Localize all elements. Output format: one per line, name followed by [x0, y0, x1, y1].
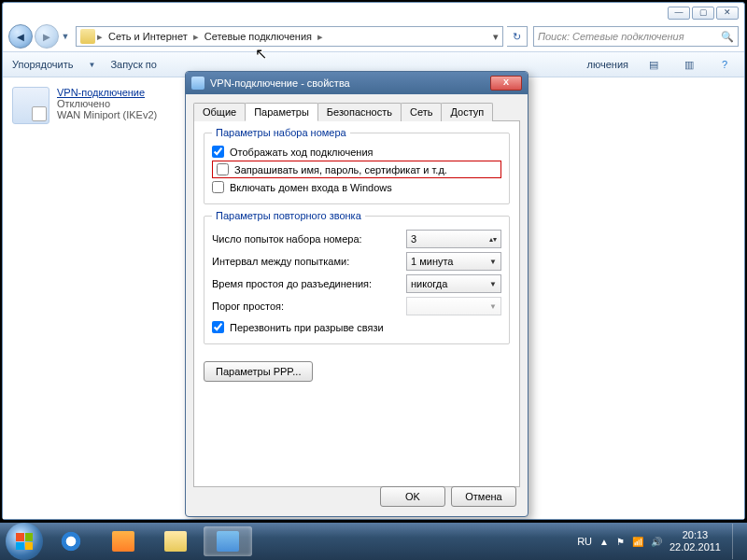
- connection-status: Отключено: [57, 98, 157, 109]
- checkbox-input[interactable]: [212, 321, 224, 333]
- group-title: Параметры повторного звонка: [212, 210, 365, 221]
- chevron-right-icon: ▸: [193, 31, 199, 43]
- taskbar-wmp[interactable]: [99, 526, 148, 556]
- maximize-button[interactable]: ▢: [692, 7, 714, 20]
- dialog-titlebar[interactable]: VPN-подключение - свойства X: [186, 72, 528, 94]
- idle-combo[interactable]: никогда▼: [406, 274, 501, 293]
- tab-options[interactable]: Параметры: [245, 103, 318, 121]
- close-button[interactable]: ✕: [716, 7, 739, 20]
- row-label: Порог простоя:: [212, 301, 406, 312]
- history-dropdown[interactable]: ▼: [59, 28, 72, 45]
- language-indicator[interactable]: RU: [577, 536, 592, 547]
- breadcrumb-segment[interactable]: Сетевые подключения: [201, 29, 316, 44]
- row-interval: Интервал между попытками: 1 минута▼: [212, 252, 501, 271]
- combo-value: 3: [411, 233, 416, 245]
- chevron-right-icon: ▸: [97, 31, 103, 43]
- taskbar-ie[interactable]: [47, 526, 95, 556]
- chevron-down-icon: ▼: [489, 302, 497, 311]
- address-bar: ◄ ► ▼ ▸ Сеть и Интернет ▸ Сетевые подклю…: [8, 24, 739, 49]
- checkbox-include-domain[interactable]: Включать домен входа в Windows: [212, 181, 501, 193]
- breadcrumb-segment[interactable]: Сеть и Интернет: [105, 29, 191, 44]
- dialog-icon: [191, 77, 204, 90]
- tray-volume-icon[interactable]: 🔊: [651, 537, 662, 547]
- attempts-spinner[interactable]: 3▴▾: [406, 230, 501, 248]
- redial-options-group: Параметры повторного звонка Число попыто…: [204, 216, 510, 344]
- minimize-button[interactable]: —: [668, 7, 690, 20]
- connection-icon: [12, 87, 49, 124]
- checkbox-label: Включать домен входа в Windows: [230, 182, 392, 193]
- chevron-down-icon[interactable]: ▼: [489, 280, 497, 288]
- ok-button[interactable]: OK: [380, 486, 445, 507]
- checkbox-prompt-credentials[interactable]: Запрашивать имя, пароль, сертификат и т.…: [217, 163, 497, 175]
- connect-end-label: лючения: [587, 59, 628, 70]
- checkbox-redial[interactable]: Перезвонить при разрыве связи: [212, 321, 501, 333]
- button-label: Отмена: [465, 491, 501, 502]
- tab-content: Параметры набора номера Отображать ход п…: [193, 121, 520, 487]
- organize-menu[interactable]: Упорядочить: [12, 59, 73, 70]
- preview-pane-icon[interactable]: ▥: [679, 56, 699, 73]
- combo-value: никогда: [411, 278, 447, 289]
- checkbox-label: Перезвонить при разрыве связи: [230, 322, 384, 333]
- search-input[interactable]: Поиск: Сетевые подключения 🔍: [533, 26, 739, 47]
- checkbox-input[interactable]: [212, 181, 224, 193]
- row-threshold: Порог простоя: ▼: [212, 297, 501, 315]
- checkbox-input[interactable]: [212, 146, 224, 158]
- taskbar-explorer[interactable]: [151, 526, 200, 556]
- cancel-button[interactable]: Отмена: [451, 486, 516, 507]
- tray-flag-icon[interactable]: ▲: [599, 537, 609, 547]
- checkbox-show-progress[interactable]: Отображать ход подключения: [212, 146, 501, 158]
- clock-time: 20:13: [669, 529, 721, 541]
- back-button[interactable]: ◄: [8, 24, 33, 49]
- dialing-options-group: Параметры набора номера Отображать ход п…: [204, 133, 510, 204]
- checkbox-label: Отображать ход подключения: [230, 147, 374, 158]
- connection-text: VPN-подключение Отключено WAN Miniport (…: [57, 87, 157, 124]
- wmp-icon: [112, 531, 134, 552]
- tabs: Общие Параметры Безопасность Сеть Доступ: [193, 102, 520, 121]
- row-label: Число попыток набора номера:: [212, 233, 406, 245]
- dialog-body: Общие Параметры Безопасность Сеть Доступ…: [186, 94, 528, 495]
- threshold-combo: ▼: [406, 297, 501, 315]
- interval-combo[interactable]: 1 минута▼: [406, 252, 501, 271]
- help-icon[interactable]: ?: [714, 56, 735, 73]
- tray-action-center-icon[interactable]: ⚑: [616, 537, 625, 547]
- clock[interactable]: 20:13 22.02.2011: [669, 529, 721, 553]
- connection-name: VPN-подключение: [57, 87, 157, 98]
- start-button[interactable]: [6, 523, 43, 560]
- tab-general[interactable]: Общие: [193, 103, 246, 121]
- settings-icon: [217, 531, 239, 552]
- dialog-buttons: OK Отмена: [380, 486, 516, 507]
- breadcrumb[interactable]: ▸ Сеть и Интернет ▸ Сетевые подключения …: [76, 26, 503, 47]
- group-title: Параметры набора номера: [212, 127, 350, 138]
- ppp-settings-button[interactable]: Параметры PPP...: [204, 361, 313, 382]
- checkbox-input[interactable]: [217, 163, 229, 175]
- properties-dialog: VPN-подключение - свойства X Общие Парам…: [185, 71, 529, 517]
- tab-network[interactable]: Сеть: [401, 103, 442, 121]
- show-desktop-button[interactable]: [732, 524, 741, 559]
- chevron-down-icon[interactable]: ▼: [489, 258, 497, 266]
- checkbox-label: Запрашивать имя, пароль, сертификат и т.…: [234, 164, 447, 175]
- dialog-title: VPN-подключение - свойства: [210, 77, 350, 89]
- taskbar-settings[interactable]: [204, 526, 252, 556]
- button-label: OK: [405, 491, 420, 502]
- forward-button[interactable]: ►: [35, 24, 59, 49]
- window-controls: — ▢ ✕: [668, 7, 739, 20]
- spinner-arrows-icon[interactable]: ▴▾: [489, 235, 497, 244]
- ie-icon: [60, 531, 82, 552]
- tab-security[interactable]: Безопасность: [317, 103, 402, 121]
- chevron-right-icon: ▸: [317, 31, 323, 43]
- dropdown-icon[interactable]: ▾: [493, 31, 499, 43]
- connection-subtext: WAN Miniport (IKEv2): [57, 109, 157, 120]
- system-tray: RU ▲ ⚑ 📶 🔊 20:13 22.02.2011: [577, 524, 741, 559]
- highlighted-option: Запрашивать имя, пароль, сертификат и т.…: [212, 161, 501, 178]
- folder-icon: [80, 29, 95, 44]
- view-icon[interactable]: ▤: [643, 56, 664, 73]
- combo-value: 1 минута: [411, 256, 454, 267]
- tab-sharing[interactable]: Доступ: [441, 103, 493, 121]
- start-connection-button[interactable]: Запуск по: [110, 59, 157, 70]
- refresh-button[interactable]: ↻: [507, 26, 528, 47]
- row-label: Интервал между попытками:: [212, 256, 406, 267]
- row-idle: Время простоя до разъединения: никогда▼: [212, 274, 501, 293]
- tray-network-icon[interactable]: 📶: [632, 537, 643, 547]
- taskbar: RU ▲ ⚑ 📶 🔊 20:13 22.02.2011: [0, 523, 747, 560]
- dialog-close-button[interactable]: X: [490, 76, 522, 91]
